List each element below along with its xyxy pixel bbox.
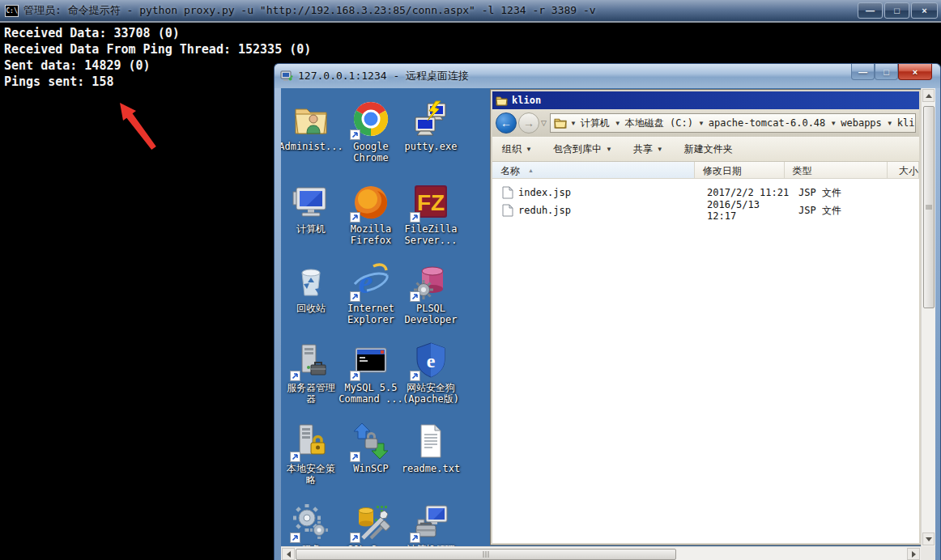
- column-header-date[interactable]: 修改日期: [695, 162, 785, 178]
- plsql-icon: [411, 261, 450, 300]
- breadcrumb-segment[interactable]: klion: [897, 117, 916, 129]
- file-name-cell[interactable]: index.jsp: [492, 186, 699, 199]
- toolbar-item-新建文件夹[interactable]: 新建文件夹: [684, 142, 733, 156]
- desktop-icon-mozilla-firefox[interactable]: MozillaFirefox: [343, 182, 399, 246]
- scroll-right-button[interactable]: [907, 548, 920, 560]
- cmd-window-titlebar[interactable]: C:\ 管理员: 命令提示符 - python proxy.py -u "htt…: [0, 0, 941, 23]
- toolbar-item-包含到库中[interactable]: 包含到库中▼: [553, 142, 612, 156]
- desktop-icon-label: PLSQLDeveloper: [394, 303, 467, 325]
- red-annotation-arrow: [107, 93, 172, 158]
- address-folder-icon: [554, 117, 567, 129]
- breadcrumb-separator-icon[interactable]: ▼: [698, 120, 705, 127]
- desktop-icon-filezilla-server[interactable]: FZFileZillaServer...: [402, 182, 459, 246]
- rdp-maximize-button[interactable]: □: [875, 64, 898, 80]
- scroll-down-icon: [926, 537, 932, 541]
- scroll-up-button[interactable]: [922, 89, 935, 102]
- rdp-vertical-scrollbar[interactable]: [921, 88, 935, 546]
- horizontal-scroll-thumb[interactable]: [296, 549, 676, 560]
- file-date-cell: 2017/2/2 11:21: [699, 187, 790, 198]
- desktop-icon-label: putty.exe: [394, 141, 467, 152]
- cmd-minimize-button[interactable]: —: [858, 2, 883, 19]
- desktop-icon-sql-server-config[interactable]: SQL S...: [343, 503, 399, 546]
- shortcut-arrow-icon: [290, 371, 300, 381]
- breadcrumb-separator-icon[interactable]: ▼: [887, 120, 893, 127]
- scroll-left-button[interactable]: [282, 548, 295, 560]
- server-lock-icon: [292, 422, 330, 460]
- shortcut-arrow-icon: [350, 212, 360, 223]
- desktop-icon-server-manager[interactable]: 服务器管理器: [283, 341, 339, 405]
- column-header-name[interactable]: 名称▲: [492, 162, 695, 178]
- gears-icon: [292, 503, 330, 541]
- file-row[interactable]: reduh.jsp2016/5/13 12:17JSP 文件: [492, 202, 919, 219]
- computer-toolbox-icon: [411, 503, 450, 541]
- desktop-icon-website-safedog-apache[interactable]: e网站安全狗(Apache版): [402, 341, 459, 405]
- desktop-icon-computer[interactable]: 计算机: [283, 182, 339, 235]
- desktop-icon-plsql-developer[interactable]: PLSQLDeveloper: [402, 261, 459, 325]
- desktop-icon-label: 网站安全狗(Apache版): [394, 382, 467, 405]
- desktop-icon-local-security-policy[interactable]: 本地安全策略: [283, 422, 339, 486]
- shortcut-arrow-icon: [350, 371, 360, 381]
- shortcut-arrow-icon: [350, 532, 360, 543]
- explorer-addressbar: ← → ▽ ▼计算机▼本地磁盘 (C:)▼apache-tomcat-6.0.4…: [492, 109, 919, 137]
- explorer-window: klion ← → ▽ ▼计算机▼本地磁盘 (C:)▼apache-tomcat…: [491, 90, 921, 545]
- scroll-down-button[interactable]: [922, 532, 935, 545]
- console-line: Received Data: 33708 (0): [4, 25, 311, 41]
- column-header-type[interactable]: 类型: [785, 162, 888, 178]
- breadcrumb-separator-icon[interactable]: ▼: [615, 120, 621, 127]
- rdp-titlebar[interactable]: 127.0.0.1:1234 - 远程桌面连接 — □ ×: [275, 64, 940, 88]
- shortcut-arrow-icon: [350, 452, 360, 462]
- ie-icon: e: [351, 261, 390, 300]
- desktop-icon-mysql-55-command-line[interactable]: MySQL 5.5Command ...: [343, 341, 399, 405]
- desktop-icon-internet-explorer[interactable]: eInternetExplorer: [343, 261, 399, 325]
- desktop-icon-services[interactable]: 服务: [283, 503, 339, 546]
- desktop-icon-recycle-bin[interactable]: 回收站: [283, 261, 339, 314]
- dropdown-arrow-icon: ▼: [526, 146, 532, 153]
- column-headers: 名称▲ 修改日期 类型 大小: [492, 162, 919, 179]
- rdp-horizontal-scrollbar[interactable]: [281, 546, 921, 560]
- text-file-icon: [411, 422, 450, 460]
- rdp-minimize-button[interactable]: —: [851, 64, 875, 80]
- file-name-cell[interactable]: reduh.jsp: [492, 204, 699, 217]
- breadcrumb[interactable]: ▼计算机▼本地磁盘 (C:)▼apache-tomcat-6.0.48▼weba…: [550, 113, 916, 133]
- scroll-up-icon: [926, 94, 932, 98]
- rdp-window: 127.0.0.1:1234 - 远程桌面连接 — □ × klion ←: [274, 63, 941, 560]
- shortcut-arrow-icon: [410, 212, 420, 223]
- breadcrumb-separator-icon[interactable]: ▼: [570, 120, 577, 127]
- explorer-titlebar[interactable]: klion: [492, 91, 919, 109]
- svg-text:FZ: FZ: [417, 190, 445, 215]
- cmd-maximize-button[interactable]: □: [884, 2, 909, 19]
- rdp-close-button[interactable]: ×: [898, 64, 932, 80]
- folder-icon: [496, 95, 508, 106]
- desktop-icon-computer-management[interactable]: 计算机管理: [402, 503, 459, 546]
- desktop-icon-winscp[interactable]: WinSCP: [343, 422, 399, 474]
- nav-history-chevron-icon[interactable]: ▽: [541, 119, 547, 127]
- toolbar-item-组织[interactable]: 组织▼: [502, 142, 532, 156]
- breadcrumb-segment[interactable]: webapps: [841, 117, 882, 129]
- file-icon: [502, 186, 513, 199]
- forward-button[interactable]: →: [518, 112, 539, 134]
- desktop-icon-google-chrome[interactable]: GoogleChrome: [343, 100, 399, 163]
- desktop-icon-label: readme.txt: [394, 463, 467, 474]
- rdp-client-area: klion ← → ▽ ▼计算机▼本地磁盘 (C:)▼apache-tomcat…: [281, 88, 935, 560]
- sort-asc-icon: ▲: [528, 168, 534, 173]
- column-header-size[interactable]: 大小: [888, 162, 919, 178]
- desktop-icon-readme-txt[interactable]: readme.txt: [402, 422, 459, 474]
- winscp-icon: [351, 422, 390, 460]
- putty-icon: [411, 100, 450, 138]
- console-output: Received Data: 33708 (0)Received Data Fr…: [4, 25, 311, 90]
- vertical-scroll-thumb[interactable]: [923, 106, 935, 308]
- cmd-window-title: 管理员: 命令提示符 - python proxy.py -u "http://…: [23, 3, 851, 18]
- breadcrumb-segment[interactable]: 本地磁盘 (C:): [625, 117, 693, 130]
- breadcrumb-segment[interactable]: apache-tomcat-6.0.48: [709, 117, 826, 129]
- desktop-icon-administrator-folder[interactable]: Administ...: [283, 100, 339, 152]
- console-icon: [351, 341, 390, 380]
- cmd-icon: C:\: [5, 5, 19, 17]
- breadcrumb-segment[interactable]: 计算机: [581, 117, 610, 130]
- breadcrumb-separator-icon[interactable]: ▼: [830, 120, 837, 127]
- desktop-icon-putty-exe[interactable]: putty.exe: [402, 100, 459, 152]
- cmd-close-button[interactable]: ×: [911, 2, 938, 19]
- shortcut-arrow-icon: [410, 371, 420, 381]
- scroll-left-icon: [287, 551, 291, 558]
- back-button[interactable]: ←: [496, 112, 517, 134]
- toolbar-item-共享[interactable]: 共享▼: [633, 142, 663, 156]
